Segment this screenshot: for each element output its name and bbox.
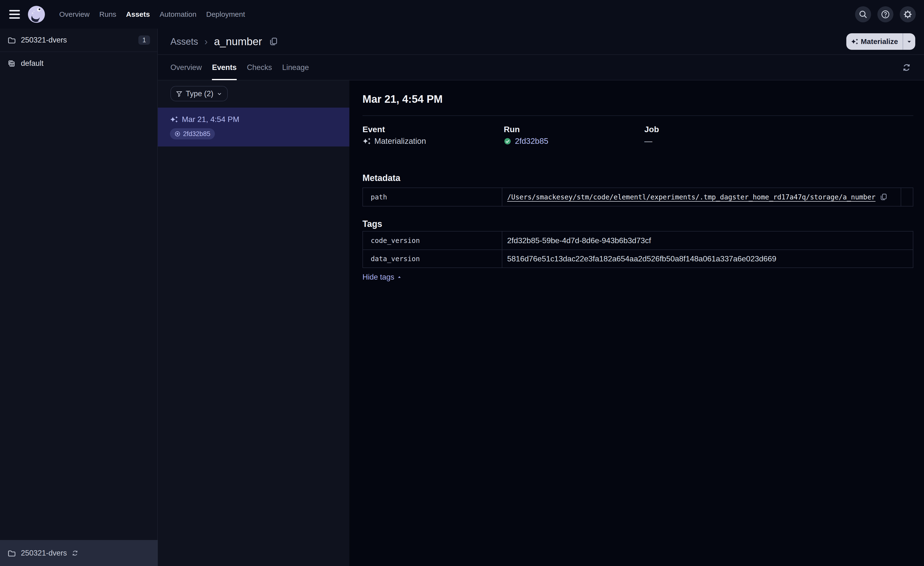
search-icon bbox=[858, 10, 868, 19]
sidebar-group-label: 250321-dvers bbox=[21, 36, 67, 44]
materialize-icon bbox=[851, 38, 858, 45]
run-column-label: Run bbox=[504, 125, 644, 134]
sidebar-group-row[interactable]: 250321-dvers 1 bbox=[0, 29, 158, 52]
event-list-item[interactable]: Mar 21, 4:54 PM 2fd32b85 bbox=[158, 108, 350, 146]
sidebar-item-default[interactable]: default bbox=[0, 52, 158, 75]
event-run-badge[interactable]: 2fd32b85 bbox=[170, 128, 215, 139]
refresh-button[interactable] bbox=[899, 60, 914, 75]
copy-icon[interactable] bbox=[879, 193, 888, 201]
dagster-logo[interactable] bbox=[27, 5, 46, 24]
tags-heading: Tags bbox=[363, 219, 914, 229]
materialize-dropdown[interactable] bbox=[903, 33, 915, 50]
breadcrumb-assets[interactable]: Assets bbox=[170, 36, 198, 47]
sync-icon[interactable] bbox=[71, 549, 79, 557]
nav-overview[interactable]: Overview bbox=[59, 10, 90, 18]
menu-icon[interactable] bbox=[9, 10, 20, 19]
breadcrumb-separator: › bbox=[204, 36, 208, 47]
nav-assets[interactable]: Assets bbox=[126, 10, 150, 18]
sidebar-footer-label: 250321-dvers bbox=[21, 549, 67, 557]
event-time: Mar 21, 4:54 PM bbox=[182, 115, 239, 124]
settings-button[interactable] bbox=[900, 6, 916, 23]
asset-sidebar: 250321-dvers 1 default 250321-dvers bbox=[0, 29, 158, 566]
caret-up-icon bbox=[397, 274, 402, 280]
folder-icon bbox=[7, 549, 15, 557]
page-title: a_number bbox=[214, 35, 262, 48]
job-value: — bbox=[644, 137, 652, 146]
tag-value: 2fd32b85-59be-4d7d-8d6e-943b6b3d73cf bbox=[502, 232, 913, 250]
tag-value: 5816d76e51c13dac22e3fa182a654aa2d526fb50… bbox=[502, 250, 913, 268]
asset-group-icon bbox=[7, 59, 15, 68]
tag-key: data_version bbox=[363, 250, 502, 268]
event-type-value: Materialization bbox=[374, 137, 426, 146]
event-column-label: Event bbox=[363, 125, 504, 134]
run-link[interactable]: 2fd32b85 bbox=[515, 137, 548, 146]
top-nav: Overview Runs Assets Automation Deployme… bbox=[0, 0, 924, 29]
refresh-icon bbox=[902, 63, 911, 72]
hide-tags-link[interactable]: Hide tags bbox=[363, 273, 402, 281]
copy-icon[interactable] bbox=[268, 37, 278, 47]
tag-key: code_version bbox=[363, 232, 502, 250]
hide-tags-label: Hide tags bbox=[363, 273, 394, 281]
nav-runs[interactable]: Runs bbox=[99, 10, 116, 18]
materialization-icon bbox=[170, 115, 178, 123]
tab-events[interactable]: Events bbox=[212, 55, 237, 80]
type-filter-button[interactable]: Type (2) bbox=[170, 86, 228, 101]
help-icon bbox=[881, 10, 890, 19]
materialization-icon bbox=[363, 137, 371, 145]
tags-row-code-version: code_version 2fd32b85-59be-4d7d-8d6e-943… bbox=[363, 232, 913, 250]
metadata-table: path /Users/smackesey/stm/code/elementl/… bbox=[363, 188, 914, 206]
materialize-label: Materialize bbox=[861, 38, 898, 46]
tab-checks[interactable]: Checks bbox=[247, 55, 272, 80]
tags-table: code_version 2fd32b85-59be-4d7d-8d6e-943… bbox=[363, 231, 914, 268]
nav-deployment[interactable]: Deployment bbox=[206, 10, 245, 18]
job-column-label: Job bbox=[644, 125, 914, 134]
path-link[interactable]: /Users/smackesey/stm/code/elementl/exper… bbox=[507, 193, 876, 201]
materialize-button[interactable]: Materialize bbox=[846, 33, 915, 50]
caret-down-icon bbox=[906, 38, 913, 45]
asset-tabs: Overview Events Checks Lineage bbox=[158, 55, 924, 80]
page-header: Assets › a_number Materialize bbox=[158, 29, 924, 55]
nav-automation[interactable]: Automation bbox=[159, 10, 196, 18]
events-list-panel: Type (2) Mar 21, 4:54 PM 2fd32b85 bbox=[158, 80, 350, 566]
run-target-icon bbox=[174, 131, 181, 137]
metadata-key: path bbox=[363, 188, 502, 206]
gear-icon bbox=[903, 10, 912, 19]
run-success-icon bbox=[504, 137, 511, 145]
metadata-heading: Metadata bbox=[363, 173, 914, 183]
sidebar-group-count: 1 bbox=[138, 35, 150, 45]
tags-row-data-version: data_version 5816d76e51c13dac22e3fa182a6… bbox=[363, 250, 913, 268]
event-run-id: 2fd32b85 bbox=[183, 130, 210, 138]
tab-overview[interactable]: Overview bbox=[170, 55, 202, 80]
chevron-down-icon bbox=[216, 91, 222, 97]
nav-items: Overview Runs Assets Automation Deployme… bbox=[59, 10, 245, 18]
filter-icon bbox=[176, 90, 183, 97]
event-detail-pane: Mar 21, 4:54 PM Event Materialization Ru… bbox=[351, 80, 924, 566]
tab-lineage[interactable]: Lineage bbox=[282, 55, 309, 80]
sidebar-item-label: default bbox=[21, 59, 44, 68]
metadata-row-path: path /Users/smackesey/stm/code/elementl/… bbox=[363, 188, 913, 206]
search-button[interactable] bbox=[855, 6, 871, 23]
help-button[interactable] bbox=[878, 6, 893, 23]
folder-icon bbox=[7, 36, 15, 44]
event-detail-title: Mar 21, 4:54 PM bbox=[363, 93, 914, 105]
sidebar-footer[interactable]: 250321-dvers bbox=[0, 540, 158, 566]
type-filter-label: Type (2) bbox=[186, 89, 213, 98]
